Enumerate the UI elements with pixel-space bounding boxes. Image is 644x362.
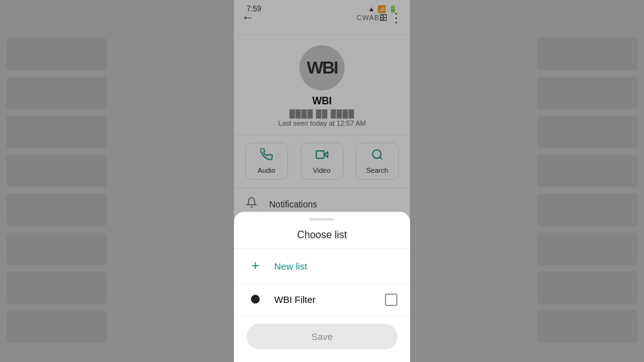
filter-label: WBI Filter — [274, 294, 375, 305]
filter-checkbox[interactable] — [385, 293, 397, 306]
plus-icon: + — [247, 258, 264, 274]
bottom-sheet: Choose list + New list WBI Filter Save — [234, 212, 410, 362]
save-button[interactable]: Save — [247, 324, 397, 349]
filter-dot-icon — [247, 292, 264, 307]
filter-item[interactable]: WBI Filter — [234, 283, 410, 316]
new-list-item[interactable]: + New list — [234, 249, 410, 283]
sheet-title: Choose list — [234, 221, 410, 249]
new-list-label: New list — [274, 261, 397, 272]
